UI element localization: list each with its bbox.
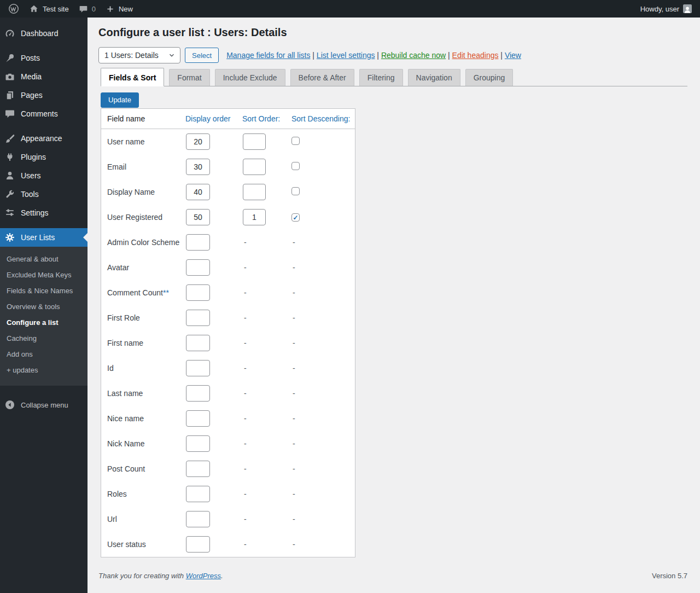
- action-link-list-level-settings[interactable]: List level settings: [317, 51, 375, 60]
- sort-descending-checkbox[interactable]: [291, 162, 300, 170]
- collapse-icon: [4, 399, 15, 410]
- display-order-input[interactable]: [186, 410, 210, 427]
- display-order-input[interactable]: [186, 209, 210, 225]
- field-name-label: Display Name: [107, 188, 155, 196]
- display-order-input[interactable]: [186, 310, 210, 326]
- list-select[interactable]: 1 Users: Details: [98, 47, 180, 63]
- sidebar-item-label: Dashboard: [21, 29, 59, 38]
- sidebar-item-settings[interactable]: Settings: [0, 204, 88, 222]
- submenu-item-configure-a-list[interactable]: Configure a list: [0, 315, 88, 330]
- table-row: Comment Count** - -: [101, 280, 355, 305]
- user-lists-submenu: General & aboutExcluded Meta KeysFields …: [0, 247, 88, 386]
- admin-bar: Test site 0 New Howdy, user: [0, 0, 700, 18]
- no-sort-dash: -: [243, 288, 247, 297]
- sidebar-item-tools[interactable]: Tools: [0, 185, 88, 204]
- submenu-item-updates[interactable]: + updates: [0, 362, 88, 378]
- display-order-input[interactable]: [186, 259, 210, 276]
- sidebar-item-plugins[interactable]: Plugins: [0, 148, 88, 166]
- sidebar-item-user-lists[interactable]: User Lists: [0, 228, 88, 247]
- display-order-input[interactable]: [186, 159, 210, 175]
- site-name: Test site: [43, 5, 69, 13]
- action-link-manage-fields-for-all-lists[interactable]: Manage fields for all lists: [226, 51, 310, 60]
- sort-order-input[interactable]: [243, 159, 266, 175]
- comment-bubble-icon: [79, 4, 88, 14]
- tab-before-after[interactable]: Before & After: [290, 69, 354, 86]
- display-order-input[interactable]: [186, 486, 210, 502]
- display-order-input[interactable]: [186, 385, 210, 402]
- sort-order-input[interactable]: [243, 184, 266, 200]
- display-order-input[interactable]: [186, 133, 210, 150]
- submenu-item-excluded-meta-keys[interactable]: Excluded Meta Keys: [0, 267, 88, 283]
- wordpress-link[interactable]: WordPress: [186, 572, 221, 580]
- sidebar-item-label: Comments: [21, 109, 58, 118]
- account-menu[interactable]: Howdy, user: [635, 0, 697, 18]
- sort-descending-checkbox[interactable]: [291, 187, 300, 195]
- action-link-edit-headings[interactable]: Edit headings: [452, 51, 499, 60]
- avatar: [683, 4, 692, 13]
- media-icon: [4, 71, 15, 82]
- field-footnote-link[interactable]: **: [163, 288, 169, 297]
- collapse-menu-button[interactable]: Collapse menu: [0, 396, 88, 414]
- sidebar-item-pages[interactable]: Pages: [0, 86, 88, 104]
- action-link-view[interactable]: View: [505, 51, 521, 60]
- display-order-input[interactable]: [186, 435, 210, 452]
- display-order-input[interactable]: [186, 536, 210, 553]
- dashboard-icon: [4, 28, 15, 39]
- submenu-item-add-ons[interactable]: Add ons: [0, 346, 88, 362]
- update-button[interactable]: Update: [101, 92, 139, 108]
- field-name-label: Nice name: [107, 414, 144, 423]
- display-order-input[interactable]: [186, 184, 210, 200]
- tab-filtering[interactable]: Filtering: [359, 69, 403, 86]
- display-order-input[interactable]: [186, 234, 210, 251]
- sort-order-input[interactable]: [243, 133, 266, 150]
- display-order-input[interactable]: [186, 335, 210, 351]
- paintbrush-icon: [4, 133, 15, 144]
- sort-descending-checkbox[interactable]: ✓: [291, 213, 300, 222]
- no-sort-dash: -: [243, 263, 247, 272]
- tabs-row: Fields & SortFormatInclude ExcludeBefore…: [101, 68, 687, 86]
- sidebar-item-appearance[interactable]: Appearance: [0, 129, 88, 148]
- tab-fields-sort[interactable]: Fields & Sort: [101, 68, 164, 86]
- sidebar-item-users[interactable]: Users: [0, 166, 88, 185]
- display-order-input[interactable]: [186, 511, 210, 527]
- tab-include-exclude[interactable]: Include Exclude: [215, 69, 285, 86]
- table-row: User Registered ✓: [101, 205, 355, 230]
- tab-navigation[interactable]: Navigation: [408, 69, 460, 86]
- field-name-label: First name: [107, 339, 143, 347]
- sidebar: Dashboard Posts Media Pages Comments App…: [0, 18, 88, 593]
- action-link-rebuild-cache-now[interactable]: Rebuild cache now: [381, 51, 446, 60]
- col-sort-descending-link[interactable]: Sort Descending:: [286, 114, 356, 123]
- link-separator: |: [446, 51, 452, 60]
- no-sort-dash: -: [291, 464, 295, 473]
- display-order-input[interactable]: [186, 284, 210, 301]
- col-display-order-link[interactable]: Display order: [180, 114, 237, 123]
- select-button[interactable]: Select: [185, 48, 219, 63]
- no-sort-dash: -: [243, 540, 247, 549]
- new-menu[interactable]: New: [101, 0, 138, 18]
- display-order-input[interactable]: [186, 461, 210, 477]
- sort-descending-checkbox[interactable]: [291, 137, 300, 145]
- sidebar-item-dashboard[interactable]: Dashboard: [0, 24, 88, 43]
- col-sort-order-link[interactable]: Sort Order:: [237, 114, 286, 123]
- sort-order-input[interactable]: [243, 209, 266, 225]
- sidebar-item-media[interactable]: Media: [0, 67, 88, 86]
- no-sort-dash: -: [243, 238, 247, 247]
- field-name-label: First Role: [107, 313, 140, 322]
- site-menu[interactable]: Test site: [24, 0, 74, 18]
- footer-thanks: Thank you for creating with WordPress.: [98, 572, 223, 580]
- display-order-input[interactable]: [186, 360, 210, 376]
- submenu-item-overview-tools[interactable]: Overview & tools: [0, 299, 88, 315]
- settings-icon: [4, 207, 15, 218]
- wordpress-logo-menu[interactable]: [3, 0, 24, 18]
- tab-format[interactable]: Format: [169, 69, 209, 86]
- comments-menu[interactable]: 0: [74, 0, 101, 18]
- sidebar-item-posts[interactable]: Posts: [0, 49, 88, 67]
- sidebar-item-label: Tools: [21, 190, 39, 199]
- tab-grouping[interactable]: Grouping: [465, 69, 514, 86]
- sidebar-item-comments[interactable]: Comments: [0, 104, 88, 123]
- submenu-item-general-about[interactable]: General & about: [0, 251, 88, 267]
- no-sort-dash: -: [291, 515, 295, 524]
- no-sort-dash: -: [291, 439, 295, 448]
- submenu-item-fields-nice-names[interactable]: Fields & Nice Names: [0, 283, 88, 299]
- submenu-item-cacheing[interactable]: Cacheing: [0, 330, 88, 346]
